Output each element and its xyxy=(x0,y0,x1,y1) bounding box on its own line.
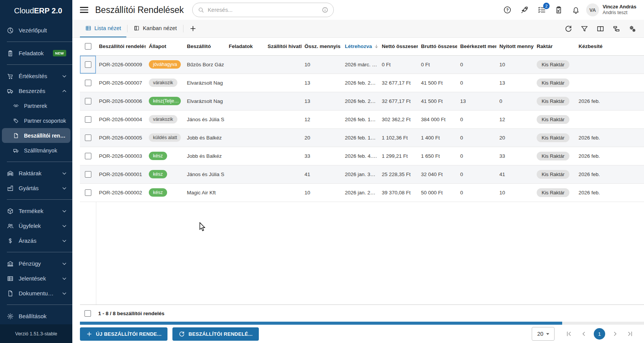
sidebar-item-partner-csoportok[interactable]: Partner csoportok xyxy=(0,113,72,128)
sidebar-item-sz-ll-tm-nyok[interactable]: Szállítmányok xyxy=(0,143,72,158)
sidebar-item-vez-rl-pult[interactable]: Vezérlőpult xyxy=(0,23,72,38)
user-menu[interactable]: VA Vincze András Andris teszt xyxy=(586,3,636,16)
column-header-label: Bruttó összese xyxy=(421,43,457,49)
column-header-received[interactable]: Beérkezett mer xyxy=(457,38,496,55)
table-row[interactable]: POR-2026-000001készJános és Júlia S41202… xyxy=(80,165,644,183)
last-page-button[interactable] xyxy=(625,329,635,339)
sidebar-item-rakt-rak[interactable]: Raktárak xyxy=(0,166,72,181)
clipboard-check-button[interactable] xyxy=(555,6,563,14)
cell-net: 1 102,36 Ft xyxy=(379,128,418,147)
row-checkbox[interactable] xyxy=(85,135,91,141)
sidebar-item-besz-ll-t-i-rendel[interactable]: Beszállítói rendel... xyxy=(2,128,70,143)
cell-tasks xyxy=(226,92,265,110)
column-header-order[interactable]: Beszállítói rendelés xyxy=(96,38,146,55)
cell-reference xyxy=(265,110,301,128)
refresh-supplier-orders-button[interactable]: BESZÁLLÍTÓI RENDELÉ... xyxy=(172,327,258,341)
table-row[interactable]: POR-2026-000003készJobb és Balkéz332026 … xyxy=(80,147,644,165)
sidebar-item-dokumentumok[interactable]: Dokumentumok xyxy=(0,286,72,301)
row-checkbox-cell xyxy=(80,183,96,202)
table-row[interactable]: POR-2026-000006kész(Telje…Elvarázsolt Na… xyxy=(80,92,644,110)
add-view-button[interactable] xyxy=(184,20,202,37)
sidebar-item-gyfelek[interactable]: Ügyfelek xyxy=(0,218,72,233)
hamburger-menu-button[interactable] xyxy=(80,7,88,13)
footer-checkbox[interactable] xyxy=(84,310,91,317)
sidebar-item-raz-s[interactable]: Árazás xyxy=(0,233,72,248)
info-icon[interactable] xyxy=(322,6,328,13)
sidebar-item-term-kek[interactable]: Termékek xyxy=(0,204,72,218)
column-header-status[interactable]: Állapot xyxy=(146,38,184,55)
column-header-created[interactable]: Létrehozva xyxy=(342,38,379,55)
settings-button[interactable] xyxy=(628,25,636,33)
cell-supplier: Jobb és Balkéz xyxy=(184,147,226,165)
sidebar-item-feladatok[interactable]: FeladatokNEW xyxy=(0,46,72,61)
table-row[interactable]: POR-2026-000002készMagic Air Kft102026 j… xyxy=(80,183,644,202)
help-button[interactable]: ? xyxy=(503,6,512,14)
tab-kanban-n-zet[interactable]: Kanban nézet xyxy=(128,20,182,37)
column-header-warehouse[interactable]: Raktár xyxy=(534,38,575,55)
prev-page-button[interactable] xyxy=(579,329,589,339)
page-size-select[interactable]: 20 xyxy=(532,327,555,341)
column-header-label: Létrehozva xyxy=(345,43,372,49)
column-header-tasks[interactable]: Feladatok xyxy=(226,38,265,55)
grid-footer: 1 - 8 / 8 beszállítói rendelés xyxy=(80,305,644,322)
cell-warehouse: Kis Raktár xyxy=(534,110,575,128)
column-header-net[interactable]: Nettó összeser xyxy=(379,38,418,55)
table-row[interactable]: POR-2026-000007várakozikElvarázsolt Nag1… xyxy=(80,74,644,92)
sidebar-item-jelent-sek[interactable]: Jelentések xyxy=(0,271,72,286)
sidebar-item-beszerz-s[interactable]: Beszerzés xyxy=(0,83,72,98)
first-page-button[interactable] xyxy=(564,329,574,339)
row-checkbox[interactable] xyxy=(85,116,91,123)
cell-gross: 32 040 Ft xyxy=(418,165,457,183)
caret-down-icon xyxy=(546,333,549,335)
search-input[interactable] xyxy=(208,7,318,13)
table-row[interactable]: POR-2026-000009jóváhagyvaBűzös Borz Gáz1… xyxy=(80,55,644,74)
column-header-supplier[interactable]: Beszállító xyxy=(184,38,226,55)
column-header-gross[interactable]: Bruttó összese xyxy=(418,38,457,55)
sidebar-item-rt-kes-t-s[interactable]: Értékesítés xyxy=(0,69,72,83)
cell-order: POR-2026-000002 xyxy=(96,183,146,202)
bell-button[interactable] xyxy=(572,6,580,14)
pie-chart-icon xyxy=(7,27,14,34)
row-checkbox[interactable] xyxy=(85,61,91,68)
prev-icon xyxy=(580,330,587,337)
group-button[interactable] xyxy=(612,25,620,33)
view-tabs: Lista nézetKanban nézet xyxy=(80,20,184,37)
column-header-qty[interactable]: Össz. mennyis xyxy=(301,38,342,55)
sidebar-item-partnerek[interactable]: Partnerek xyxy=(0,98,72,113)
sidebar-item-p-nz-gy[interactable]: Pénzügy xyxy=(0,256,72,271)
column-header-delivery[interactable]: Kézbesíté xyxy=(575,38,612,55)
sidebar-item-gy-rt-s[interactable]: Gyártás xyxy=(0,181,72,196)
column-header-open[interactable]: Nyitott mennyi xyxy=(496,38,534,55)
cell-gross: 0 Ft xyxy=(418,55,457,74)
row-checkbox[interactable] xyxy=(85,189,91,196)
refresh-button[interactable] xyxy=(564,25,572,33)
sidebar-item-be-ll-t-sok[interactable]: Beállítások xyxy=(0,309,72,324)
tab-lista-n-zet[interactable]: Lista nézet xyxy=(80,20,126,37)
next-page-button[interactable] xyxy=(610,329,620,339)
rocket-button[interactable] xyxy=(520,6,529,14)
row-checkbox[interactable] xyxy=(85,98,91,104)
columns-button[interactable] xyxy=(596,25,604,33)
table-row[interactable]: POR-2026-000004várakozikJános és Júlia S… xyxy=(80,110,644,128)
horizontal-scrollbar-thumb[interactable] xyxy=(80,322,562,325)
select-all-checkbox[interactable] xyxy=(85,43,91,50)
bell-icon xyxy=(572,6,580,14)
cell-qty: 10 xyxy=(301,183,342,202)
cell-tasks xyxy=(226,74,265,92)
main-area: Beszállítói Rendelések ?2 VA Vincze Andr… xyxy=(72,0,644,343)
current-page-button[interactable]: 1 xyxy=(594,328,605,340)
new-supplier-order-button[interactable]: ÚJ BESZÁLLÍTÓI RENDE... xyxy=(80,327,167,341)
cell-reference xyxy=(265,183,301,202)
tag-icon xyxy=(13,118,19,124)
sidebar-nav: VezérlőpultFeladatokNEWÉrtékesítésBeszer… xyxy=(0,21,72,324)
row-checkbox[interactable] xyxy=(85,171,91,178)
sidebar-item-label: Ügyfelek xyxy=(19,223,56,229)
table-row[interactable]: POR-2026-000005küldés alattJobb és Balké… xyxy=(80,128,644,147)
row-checkbox[interactable] xyxy=(85,153,91,159)
cell-open: 0 xyxy=(496,92,534,110)
row-checkbox[interactable] xyxy=(85,80,91,86)
column-header-reference[interactable]: Szállítói hivatk xyxy=(265,38,301,55)
avatar[interactable]: VA xyxy=(586,3,599,16)
filter-button[interactable] xyxy=(580,25,588,33)
checklist-button[interactable]: 2 xyxy=(537,6,546,14)
